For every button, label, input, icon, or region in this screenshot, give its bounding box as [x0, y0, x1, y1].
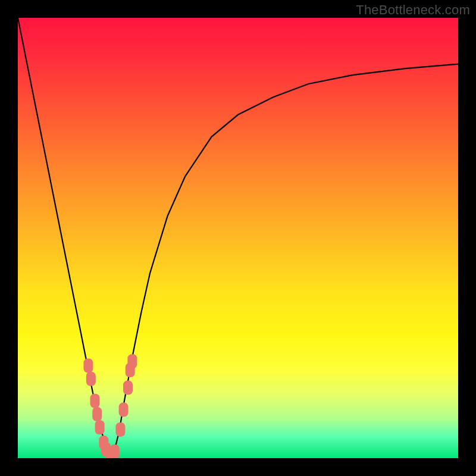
data-point	[95, 420, 105, 434]
attribution-text: TheBottleneck.com	[356, 2, 470, 18]
data-point	[90, 394, 100, 408]
data-point	[115, 422, 125, 437]
data-point	[119, 403, 129, 417]
curve-layer	[18, 18, 458, 458]
data-point	[127, 354, 137, 368]
bottleneck-curve	[18, 18, 458, 458]
plot-area	[18, 18, 458, 458]
data-point	[86, 372, 96, 386]
data-point	[92, 407, 102, 421]
data-point	[110, 444, 120, 458]
marker-layer	[83, 354, 137, 458]
data-point	[123, 381, 133, 395]
chart-frame: TheBottleneck.com	[0, 0, 476, 476]
data-point	[83, 359, 93, 373]
